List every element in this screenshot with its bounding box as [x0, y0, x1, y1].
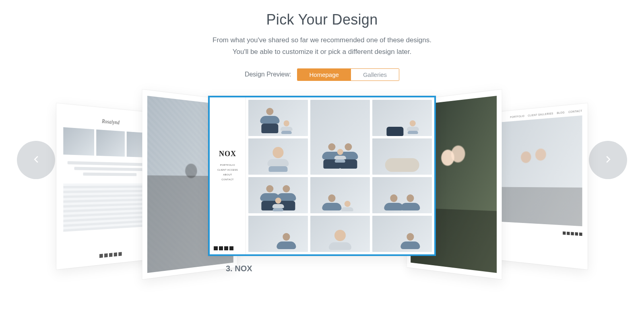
template-nav-item: ABOUT	[223, 173, 232, 176]
tab-homepage[interactable]: Homepage	[297, 69, 351, 80]
template-brand: NOX	[219, 150, 236, 158]
template-nav-item: PORTFOLIO	[510, 115, 524, 119]
template-nav-item: PORTFOLIO	[220, 164, 235, 166]
design-card-nox[interactable]: NOX PORTFOLIO CLIENT ACCESS ABOUT CONTAC…	[208, 96, 436, 256]
design-carousel: Rosalynd ROSE PORTFOLIO CLIENT GALLERIES…	[0, 92, 644, 317]
template-nav-item: CONTACT	[568, 109, 582, 113]
template-nav-item: CONTACT	[221, 178, 233, 181]
tab-galleries[interactable]: Galleries	[351, 69, 399, 80]
chevron-right-icon	[602, 153, 614, 167]
page-title: Pick Your Design	[0, 11, 644, 28]
template-gallery-grid	[246, 97, 434, 254]
social-icons	[214, 246, 233, 250]
selected-design-caption: 3. NOX	[208, 264, 436, 273]
template-nav-item: CLIENT GALLERIES	[528, 112, 553, 117]
subtitle-line-1: From what you've shared so far we recomm…	[213, 36, 431, 44]
template-logo: Rosalynd	[102, 118, 120, 126]
page-subtitle: From what you've shared so far we recomm…	[0, 35, 644, 58]
chevron-left-icon	[30, 153, 42, 167]
template-nav-item: CLIENT ACCESS	[217, 169, 238, 171]
subtitle-line-2: You'll be able to customize it or pick a…	[233, 48, 412, 56]
toggle-label: Design Preview:	[245, 71, 291, 78]
carousel-prev-button[interactable]	[17, 141, 55, 179]
carousel-next-button[interactable]	[589, 141, 627, 179]
template-nav-item: BLOG	[557, 111, 565, 115]
preview-toggle: Homepage Galleries	[297, 68, 400, 81]
